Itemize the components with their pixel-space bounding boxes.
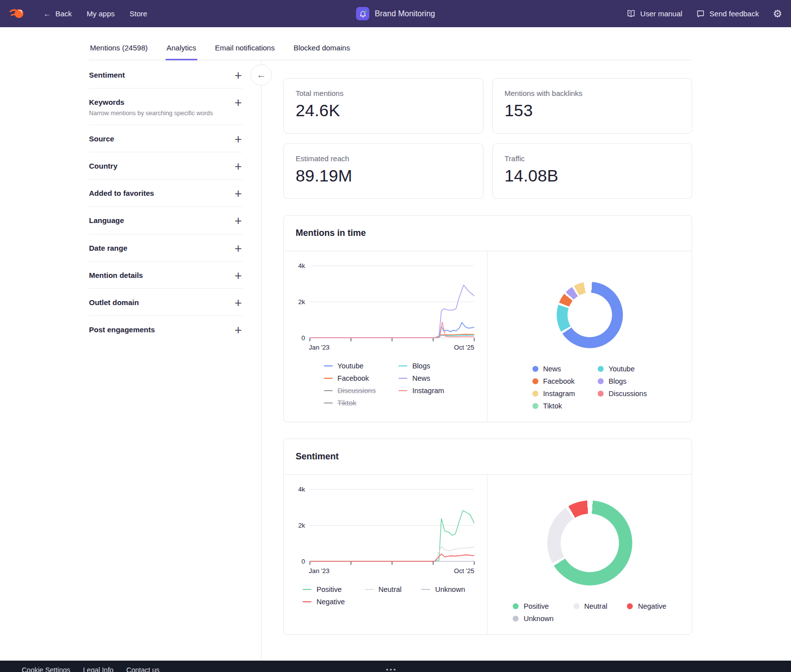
legend-item-facebook[interactable]: Facebook — [532, 377, 575, 385]
feedback-bubble-icon — [696, 9, 705, 18]
user-manual-button[interactable]: User manual — [626, 9, 682, 18]
svg-text:Jan '23: Jan '23 — [309, 567, 330, 575]
stat-card-estimated-reach: Estimated reach 89.19M — [283, 143, 483, 199]
legend-item-tiktok[interactable]: Tiktok — [532, 402, 575, 410]
legend-item-facebook[interactable]: Facebook — [324, 374, 376, 382]
stat-value: 153 — [505, 101, 680, 120]
store-button[interactable]: Store — [130, 9, 147, 18]
main-content: Total mentions 24.6K Mentions with backl… — [283, 60, 692, 661]
legend-item-news[interactable]: News — [398, 374, 444, 382]
filter-item-date-range: Date range + — [89, 234, 243, 262]
semrush-logo-icon[interactable] — [9, 5, 29, 22]
footer-link-contact-us[interactable]: Contact us — [127, 666, 160, 672]
filter-item-outlet-domain: Outlet domain + — [89, 289, 243, 316]
legend-item-discussions[interactable]: Discussions — [324, 387, 376, 395]
legend-label: Tiktok — [338, 399, 356, 407]
stat-value: 89.19M — [296, 166, 471, 185]
store-label: Store — [130, 9, 147, 18]
legend-item-youtube[interactable]: Youtube — [324, 362, 376, 370]
legend-label: Youtube — [609, 365, 635, 373]
back-button[interactable]: ← Back — [44, 9, 72, 18]
legend-label: Positive — [316, 585, 342, 593]
footer-link-legal-info[interactable]: Legal Info — [83, 666, 114, 672]
legend-dot-swatch — [532, 366, 538, 372]
legend-dot-swatch — [532, 378, 538, 384]
tab-mentions[interactable]: Mentions (24598) — [89, 36, 149, 60]
filter-item-added-to-favorites: Added to favorites + — [89, 179, 243, 207]
legend-dot-swatch — [532, 403, 538, 409]
tab-blocked-domains[interactable]: Blocked domains — [293, 36, 351, 60]
filter-item-country: Country + — [89, 152, 243, 179]
analytics-tabs: Mentions (24598)AnalyticsEmail notificat… — [89, 36, 692, 60]
tab-email-notifications[interactable]: Email notifications — [214, 36, 276, 60]
legend-line-swatch — [421, 589, 430, 590]
legend-item-positive[interactable]: Positive — [513, 602, 553, 610]
legend-dot-swatch — [573, 603, 579, 609]
legend-line-swatch — [324, 390, 333, 391]
legend-label: Negative — [638, 602, 666, 610]
legend-item-youtube[interactable]: Youtube — [598, 365, 647, 373]
filter-add-button[interactable]: + — [233, 270, 243, 280]
legend-label: Neutral — [379, 585, 402, 593]
sentiment-donut-chart — [547, 500, 632, 585]
mentions-line-chart: 02k4kJan '23Oct '25 YoutubeFacebookDiscu… — [284, 251, 487, 422]
filter-add-button[interactable]: + — [233, 216, 243, 225]
legend-item-instagram[interactable]: Instagram — [398, 387, 444, 395]
legend-item-discussions[interactable]: Discussions — [598, 390, 647, 398]
footer-link-cookie-settings[interactable]: Cookie Settings — [22, 666, 70, 672]
sentiment-donut-pane: PositiveNeutralNegativeUnknown — [487, 475, 692, 634]
legend-dot-swatch — [532, 391, 538, 397]
sentiment-title: Sentiment — [284, 439, 692, 475]
filter-add-button[interactable]: + — [233, 161, 243, 171]
legend-item-blogs[interactable]: Blogs — [398, 362, 444, 370]
svg-text:2k: 2k — [298, 522, 305, 529]
my-apps-button[interactable]: My apps — [87, 9, 115, 18]
legend-item-neutral[interactable]: Neutral — [573, 602, 608, 610]
filter-label: Keywords — [89, 97, 213, 107]
filter-add-button[interactable]: + — [233, 70, 243, 80]
legend-item-blogs[interactable]: Blogs — [598, 377, 647, 385]
legend-item-unknown[interactable]: Unknown — [421, 585, 465, 593]
stat-card-total-mentions: Total mentions 24.6K — [283, 78, 483, 134]
svg-text:2k: 2k — [298, 298, 305, 306]
filter-item-post-engagements: Post engagements + — [89, 316, 243, 343]
legend-item-unknown[interactable]: Unknown — [513, 615, 553, 623]
legend-line-swatch — [398, 378, 407, 379]
legend-item-negative[interactable]: Negative — [303, 598, 345, 606]
svg-text:Jan '23: Jan '23 — [309, 344, 330, 351]
legend-item-negative[interactable]: Negative — [627, 602, 666, 610]
legend-item-news[interactable]: News — [532, 365, 575, 373]
legend-label: Blogs — [412, 362, 430, 370]
filter-add-button[interactable]: + — [233, 188, 243, 198]
sentiment-donut-legend: PositiveNeutralNegativeUnknown — [513, 602, 666, 623]
legend-label: Blogs — [609, 377, 626, 385]
filter-label: Language — [89, 216, 124, 225]
filter-add-button[interactable]: + — [233, 243, 243, 253]
filter-add-button[interactable]: + — [233, 325, 243, 335]
legend-item-instagram[interactable]: Instagram — [532, 390, 575, 398]
footer-more-button[interactable]: ••• — [386, 666, 397, 672]
filter-add-button[interactable]: + — [233, 298, 243, 308]
filter-add-button[interactable]: + — [233, 134, 243, 144]
back-label: Back — [55, 9, 72, 18]
tab-analytics[interactable]: Analytics — [166, 36, 197, 60]
legend-label: News — [412, 374, 430, 382]
legend-item-neutral[interactable]: Neutral — [365, 585, 402, 593]
stat-value: 24.6K — [296, 101, 471, 120]
collapse-sidebar-button[interactable]: ← — [251, 64, 272, 86]
legend-line-swatch — [303, 601, 311, 602]
legend-label: Tiktok — [543, 402, 562, 410]
legend-dot-swatch — [513, 603, 519, 609]
svg-text:0: 0 — [302, 334, 305, 342]
legend-item-positive[interactable]: Positive — [303, 585, 345, 593]
stat-label: Estimated reach — [296, 154, 471, 163]
legend-label: Facebook — [338, 374, 369, 382]
legend-line-swatch — [324, 365, 333, 366]
top-navbar: ← Back My apps Store Brand Monitoring — [0, 0, 791, 27]
legend-item-tiktok[interactable]: Tiktok — [324, 399, 376, 407]
send-feedback-button[interactable]: Send feedback — [696, 9, 759, 18]
stat-card-traffic: Traffic 14.08B — [492, 143, 693, 199]
settings-gear-icon[interactable]: ⚙ — [773, 8, 782, 19]
filter-add-button[interactable]: + — [233, 97, 243, 107]
stat-label: Mentions with backlinks — [505, 89, 680, 97]
